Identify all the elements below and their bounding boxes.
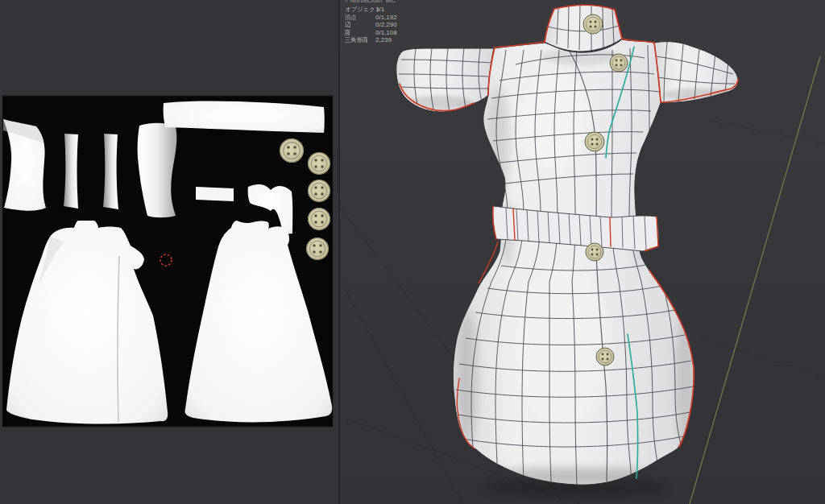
blender-window: ▿ NurseCloth_MC オブジェクト1/1 頂点0/1,192 辺0/2…: [0, 0, 825, 504]
uv-button-3: [309, 180, 330, 202]
uv-button-2: [309, 153, 330, 175]
island-sleeve-strip-a: [64, 134, 78, 209]
ui-canvas: [0, 0, 825, 504]
island-front-band-strip: [196, 187, 234, 201]
stat-row-faces: 面0/1,108: [345, 29, 396, 37]
stat-row-triangles: 三角形面2,239: [345, 36, 396, 44]
uv-button-1: [280, 139, 304, 163]
stat-row-edges: 辺0/2,290: [345, 21, 396, 29]
button-waist: [586, 243, 603, 261]
panel-divider[interactable]: [338, 0, 340, 504]
button-collar: [583, 14, 603, 34]
uv-button-5: [307, 238, 329, 260]
stat-row-objects: オブジェクト1/1: [345, 6, 396, 14]
viewport-3d[interactable]: [325, 0, 825, 504]
uv-button-4: [309, 209, 330, 230]
collar: [545, 5, 622, 52]
button-skirt: [596, 348, 614, 366]
statistics-overlay: ▿ NurseCloth_MC オブジェクト1/1 頂点0/1,192 辺0/2…: [345, 0, 396, 44]
uv-editor-panel[interactable]: [0, 0, 340, 504]
stat-row-vertices: 頂点0/1,192: [345, 14, 396, 22]
object-name-label: ▿ NurseCloth_MC: [345, 0, 396, 3]
island-sleeve-strip-b: [103, 134, 118, 209]
button-chest-upper: [610, 54, 628, 72]
button-chest: [585, 132, 604, 151]
